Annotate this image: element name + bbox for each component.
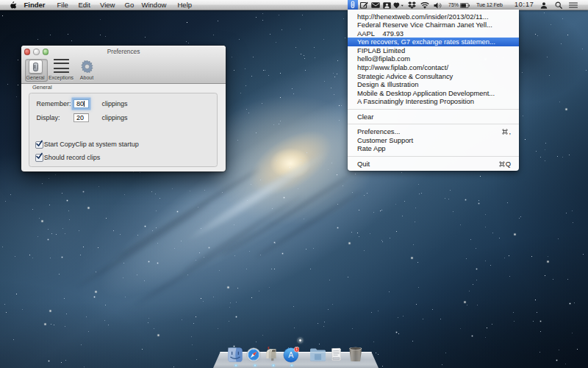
svg-text:1: 1 <box>295 347 298 351</box>
